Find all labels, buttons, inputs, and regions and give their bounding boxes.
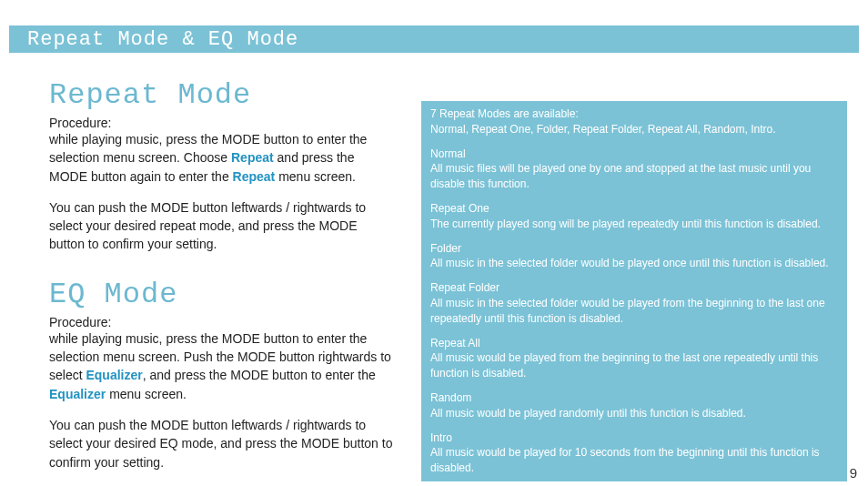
mode-item: Folder All music in the selected folder …: [430, 241, 838, 272]
mode-name: Random: [430, 390, 838, 406]
modes-intro-line2: Normal, Repeat One, Folder, Repeat Folde…: [430, 122, 838, 137]
text: , and press the MODE button to enter the: [143, 368, 376, 382]
repeat-procedure-p2: You can push the MODE button leftwards /…: [49, 198, 395, 254]
mode-name: Folder: [430, 241, 838, 257]
mode-desc: All music in the selected folder would b…: [430, 256, 838, 271]
eq-procedure-p1: while playing music, press the MODE butt…: [49, 329, 395, 403]
mode-name: Repeat One: [430, 201, 838, 217]
repeat-procedure-label: Procedure:: [49, 116, 395, 130]
mode-desc: All music would be played randomly until…: [430, 406, 838, 421]
mode-item: Repeat One The currently played song wil…: [430, 201, 838, 232]
page-header-title: Repeat Mode & EQ Mode: [27, 28, 298, 51]
modes-intro-line1: 7 Repeat Modes are available:: [430, 106, 838, 122]
mode-item: Intro All music would be played for 10 s…: [430, 430, 838, 476]
highlight-repeat: Repeat: [233, 169, 276, 184]
repeat-modes-box: 7 Repeat Modes are available: Normal, Re…: [420, 100, 848, 482]
mode-name: Repeat All: [430, 336, 838, 351]
repeat-mode-title: Repeat Mode: [49, 78, 395, 112]
left-column: Repeat Mode Procedure: while playing mus…: [49, 78, 395, 471]
page-number: 9: [850, 465, 857, 481]
highlight-equalizer: Equalizer: [86, 368, 142, 382]
mode-desc: All music would be played from the begin…: [430, 350, 838, 381]
repeat-procedure-p1: while playing music, press the MODE butt…: [49, 130, 395, 186]
mode-name: Normal: [430, 147, 838, 162]
text: menu screen.: [106, 387, 187, 401]
mode-desc: The currently played song will be played…: [430, 217, 838, 232]
right-column: 7 Repeat Modes are available: Normal, Re…: [420, 100, 848, 486]
text: menu screen.: [275, 169, 356, 184]
page-header-bar: Repeat Mode & EQ Mode: [9, 25, 859, 53]
mode-item: Repeat All All music would be played fro…: [430, 336, 838, 381]
mode-name: Intro: [430, 430, 838, 446]
eq-procedure-label: Procedure:: [49, 315, 395, 329]
eq-procedure-p2: You can push the MODE button leftwards /…: [49, 416, 395, 471]
mode-desc: All music files will be played one by on…: [430, 161, 838, 192]
modes-intro: 7 Repeat Modes are available: Normal, Re…: [430, 106, 838, 137]
mode-item: Normal All music files will be played on…: [430, 147, 838, 192]
highlight-equalizer: Equalizer: [49, 387, 106, 401]
mode-name: Repeat Folder: [430, 280, 838, 296]
mode-desc: All music in the selected folder would b…: [430, 296, 838, 327]
mode-item: Random All music would be played randoml…: [430, 390, 838, 421]
mode-item: Repeat Folder All music in the selected …: [430, 280, 838, 326]
eq-mode-title: EQ Mode: [49, 278, 395, 311]
highlight-repeat: Repeat: [231, 150, 274, 165]
mode-desc: All music would be played for 10 seconds…: [430, 445, 838, 476]
